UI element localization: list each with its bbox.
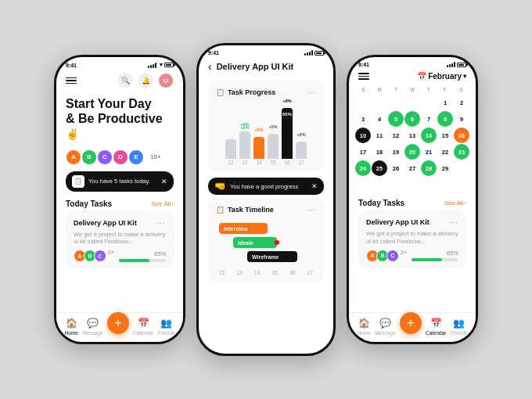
cal-cell-9[interactable]: 9 <box>454 111 469 127</box>
task-desc: We got a project to make a delivery ui k… <box>74 231 166 246</box>
menu-icon[interactable] <box>66 77 77 84</box>
avatar[interactable]: U <box>158 73 174 88</box>
cal-cell-7[interactable]: 7 <box>421 111 437 127</box>
cal-cell-13[interactable]: 13 <box>404 128 420 143</box>
cal-cell-16[interactable]: 16 <box>454 128 469 143</box>
notification-bar: 📋 You have 5 tasks today. ✕ <box>66 171 174 192</box>
menu-icon-right[interactable] <box>358 73 369 80</box>
nav-home[interactable]: 🏠 Home <box>65 318 78 336</box>
timeline-x-labels: 12 13 14 15 16 17 <box>216 268 316 275</box>
status-bar-center: 9:41 <box>199 45 333 57</box>
status-icons-center <box>304 50 324 56</box>
cal-cell-6[interactable]: 6 <box>404 111 420 127</box>
cal-cell-2[interactable]: 2 <box>454 95 469 110</box>
phone-left: 9:41 ▾ 🔍 <box>54 55 185 344</box>
timeline-menu-icon[interactable]: ··· <box>306 204 316 215</box>
nav-message[interactable]: 💬 Message <box>82 318 102 336</box>
bar-col-13: +2% +8% 13 <box>239 125 250 165</box>
cal-cell-22[interactable]: 22 <box>437 144 453 160</box>
cal-cell-11[interactable]: 11 <box>372 128 387 143</box>
task-desc-right: We got a project to make a delivery ui k… <box>366 230 458 246</box>
task-progress-card: 📋 Task Progress ··· 12 +2% +8% <box>208 81 324 171</box>
cal-cell-27[interactable]: 27 <box>404 160 420 176</box>
avatars-row: A B C D E 10+ <box>56 146 183 168</box>
cal-cell-20[interactable]: 20 <box>404 144 420 160</box>
progress-label: 65% <box>119 250 166 257</box>
back-button[interactable]: ‹ <box>208 60 212 73</box>
nav-message-right[interactable]: 💬 Message <box>375 318 395 336</box>
cal-cell-4[interactable]: 4 <box>372 111 387 127</box>
chevron-down-icon: ▾ <box>463 73 466 80</box>
cal-cell <box>388 95 404 110</box>
cal-cell-8[interactable]: 8 <box>437 111 453 127</box>
cal-cell-21[interactable]: 21 <box>421 144 437 160</box>
cal-cell-10[interactable]: 10 <box>355 128 371 143</box>
nav-home-right[interactable]: 🏠 Home <box>358 318 371 336</box>
toast-close-icon[interactable]: ✕ <box>311 182 318 190</box>
task-card[interactable]: Delivery App UI Kit ··· We got a project… <box>66 211 174 269</box>
task-menu-right[interactable]: ··· <box>448 217 458 228</box>
cal-cell <box>421 95 437 110</box>
task-menu-icon[interactable]: ··· <box>156 217 166 228</box>
task-card-title-right: Delivery App UI Kit <box>366 218 430 226</box>
bar-col-15: +5% 15 <box>268 134 279 165</box>
headline-line2: & Be Productive <box>66 112 163 125</box>
nav-friends-right[interactable]: 👥 Friends <box>451 318 468 336</box>
card-menu-icon[interactable]: ··· <box>306 87 316 98</box>
progress-label-right: 65% <box>412 250 458 257</box>
calendar-month[interactable]: 📅 February ▾ <box>417 72 466 81</box>
notif-close[interactable]: ✕ <box>161 178 167 185</box>
see-all-link[interactable]: See All › <box>151 200 174 207</box>
battery-icon-right <box>457 63 466 67</box>
nav-friends[interactable]: 👥 Friends <box>158 318 175 336</box>
calendar-header: 📅 February ▾ <box>349 69 476 85</box>
cal-cell-29[interactable]: 29 <box>437 160 453 176</box>
avatar-1: A <box>66 149 81 165</box>
see-all-link-right[interactable]: See All › <box>444 200 466 207</box>
bell-icon[interactable]: 🔔 <box>138 73 153 88</box>
task-avatar-r3: C <box>386 250 399 262</box>
cal-cell-18[interactable]: 18 <box>372 144 387 160</box>
cal-cell-24[interactable]: 24 <box>355 160 371 176</box>
task-avatars: A B C 2+ <box>74 250 114 262</box>
task-card-right[interactable]: Delivery App UI Kit ··· We got a project… <box>358 210 466 268</box>
cal-cell-5[interactable]: 5 <box>388 111 404 127</box>
calendar-grid: S M T W T F S 1 2 <box>349 85 476 194</box>
cal-cell-14[interactable]: 14 <box>421 128 437 143</box>
nav-fab[interactable]: + <box>107 312 129 334</box>
search-icon[interactable]: 🔍 <box>117 73 133 88</box>
cal-cell-12[interactable]: 12 <box>388 128 404 143</box>
bar-14: +5% <box>253 137 264 159</box>
signal-icon <box>148 63 156 68</box>
cal-cell-28[interactable]: 28 <box>421 160 437 176</box>
cal-cell-17[interactable]: 17 <box>355 144 371 160</box>
progress-fill <box>119 259 149 262</box>
cal-days-header: S M T W T F S <box>355 87 469 92</box>
cal-cell-19[interactable]: 19 <box>388 144 404 160</box>
cal-cell-25[interactable]: 25 <box>372 160 387 176</box>
phone-right: 9:41 📅 February <box>347 55 478 344</box>
bar-chart: 12 +2% +8% 13 +5% 14 <box>216 102 316 165</box>
timeline-wireframe: Wireframe <box>247 251 297 262</box>
nav-calendar-right[interactable]: 📅 Calendar <box>426 318 446 336</box>
task-timeline-title: 📋 Task Timeline <box>216 206 274 214</box>
status-bar-right: 9:41 <box>349 57 476 69</box>
nav-calendar[interactable]: 📅 Calendar <box>133 318 153 336</box>
cal-cell-1[interactable]: 1 <box>437 95 453 110</box>
cal-cell-23[interactable]: 23 <box>454 144 469 160</box>
progress-bar-right <box>412 258 458 261</box>
phones-container: 9:41 ▾ 🔍 <box>54 43 478 356</box>
bottom-nav-left: 🏠 Home 💬 Message + 📅 Calendar 👥 Friends <box>56 312 183 342</box>
time-left: 9:41 <box>66 63 77 68</box>
bar-col-16: 65% +8% 16 <box>282 108 293 165</box>
cal-cell-26[interactable]: 26 <box>388 160 404 176</box>
cal-cell-15[interactable]: 15 <box>437 128 453 143</box>
nav-fab-right[interactable]: + <box>400 312 422 334</box>
headline: Start Your Day & Be Productive ✌️ <box>56 93 183 146</box>
timeline-interview: Interview <box>219 223 268 234</box>
cal-cell-3[interactable]: 3 <box>355 111 371 127</box>
status-bar-left: 9:41 ▾ <box>56 57 183 70</box>
task-more-right: 2+ <box>401 250 407 262</box>
time-center: 9:41 <box>208 50 219 56</box>
bar-17: +6% <box>296 142 307 159</box>
